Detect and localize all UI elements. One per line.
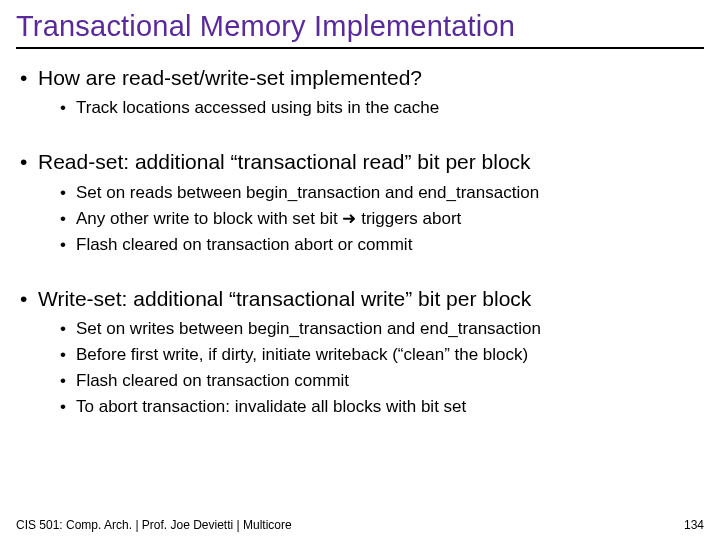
bullet-text: How are read-set/write-set implemented? xyxy=(38,66,422,89)
subbullet-text-pre: Any other write to block with set bit xyxy=(76,209,342,228)
slide: Transactional Memory Implementation How … xyxy=(0,0,720,540)
subbullet-list: Set on reads between begin_transaction a… xyxy=(38,182,704,256)
spacer xyxy=(16,123,704,149)
subbullet: To abort transaction: invalidate all blo… xyxy=(58,396,704,418)
subbullet: Flash cleared on transaction abort or co… xyxy=(58,234,704,256)
subbullet: Any other write to block with set bit ➜ … xyxy=(58,208,704,230)
bullet-text: Read-set: additional “transactional read… xyxy=(38,150,531,173)
subbullet: Before first write, if dirty, initiate w… xyxy=(58,344,704,366)
subbullet: Set on reads between begin_transaction a… xyxy=(58,182,704,204)
subbullet-list: Set on writes between begin_transaction … xyxy=(38,318,704,418)
subbullet: Flash cleared on transaction commit xyxy=(58,370,704,392)
bullet-text: Write-set: additional “transactional wri… xyxy=(38,287,531,310)
bullet-readset: Read-set: additional “transactional read… xyxy=(16,149,704,256)
page-number: 134 xyxy=(684,518,704,532)
subbullet-text-post: triggers abort xyxy=(356,209,461,228)
subbullet: Track locations accessed using bits in t… xyxy=(58,97,704,119)
footer-left: CIS 501: Comp. Arch. | Prof. Joe Deviett… xyxy=(16,518,292,532)
bullet-writeset: Write-set: additional “transactional wri… xyxy=(16,286,704,419)
arrow-icon: ➜ xyxy=(342,209,356,228)
footer: CIS 501: Comp. Arch. | Prof. Joe Deviett… xyxy=(16,518,704,532)
slide-title: Transactional Memory Implementation xyxy=(16,10,704,49)
subbullet: Set on writes between begin_transaction … xyxy=(58,318,704,340)
bullet-how: How are read-set/write-set implemented? … xyxy=(16,65,704,119)
spacer xyxy=(16,260,704,286)
bullet-list: How are read-set/write-set implemented? … xyxy=(16,65,704,419)
subbullet-list: Track locations accessed using bits in t… xyxy=(38,97,704,119)
